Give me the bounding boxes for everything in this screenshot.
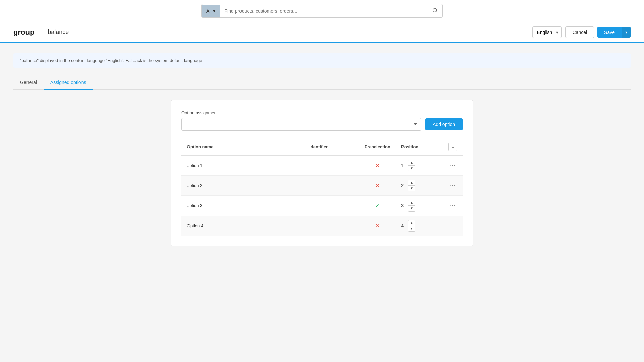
cell-position: 4 ▲ ▼ <box>396 216 429 236</box>
table-row: option 3 ✓ 3 ▲ ▼ ··· <box>181 196 463 216</box>
assignment-row: Add option <box>181 118 463 131</box>
search-all-label: All <box>206 8 212 14</box>
cell-actions: ··· <box>443 176 463 196</box>
info-banner: "balance" displayed in the content langu… <box>13 53 631 68</box>
tab-assigned-options[interactable]: Assigned options <box>44 76 93 90</box>
tab-assigned-options-label: Assigned options <box>50 80 86 85</box>
th-preselection: Preselection <box>359 139 396 156</box>
cell-empty <box>429 196 443 216</box>
cell-actions: ··· <box>443 216 463 236</box>
search-all-button[interactable]: All ▾ <box>202 5 220 17</box>
position-down-button[interactable]: ▼ <box>408 166 415 171</box>
row-actions-button[interactable]: ··· <box>450 203 455 209</box>
cell-option-name: option 3 <box>181 196 304 216</box>
position-up-button[interactable]: ▲ <box>408 200 415 206</box>
list-icon: ≡ <box>451 144 454 149</box>
section-label-assignment: Option assignment <box>181 110 463 115</box>
top-search-bar: All ▾ <box>0 0 644 22</box>
main-content: "balance" displayed in the content langu… <box>0 43 644 256</box>
th-actions: ≡ <box>443 139 463 156</box>
position-down-button[interactable]: ▼ <box>408 206 415 211</box>
th-empty <box>429 139 443 156</box>
options-table: Option name Identifier Preselection Posi… <box>181 139 463 236</box>
cell-option-name: option 1 <box>181 156 304 176</box>
tab-general-label: General <box>20 80 37 85</box>
cell-position: 3 ▲ ▼ <box>396 196 429 216</box>
position-buttons: ▲ ▼ <box>408 220 415 232</box>
cell-position: 1 ▲ ▼ <box>396 156 429 176</box>
language-select[interactable]: English <box>532 26 562 38</box>
table-row: option 1 ✕ 1 ▲ ▼ ··· <box>181 156 463 176</box>
cell-preselection: ✕ <box>359 216 396 236</box>
svg-line-1 <box>436 11 437 12</box>
table-row: option 2 ✕ 2 ▲ ▼ ··· <box>181 176 463 196</box>
cell-option-name: option 2 <box>181 176 304 196</box>
position-buttons: ▲ ▼ <box>408 160 415 171</box>
x-icon: ✕ <box>375 162 380 169</box>
chevron-down-icon: ▾ <box>213 8 215 14</box>
position-down-button[interactable]: ▼ <box>408 226 415 231</box>
search-button[interactable] <box>428 4 442 17</box>
table-body: option 1 ✕ 1 ▲ ▼ ··· option 2 ✕ <box>181 156 463 236</box>
position-buttons: ▲ ▼ <box>408 200 415 212</box>
language-selector-wrapper: English <box>532 26 562 38</box>
cancel-button[interactable]: Cancel <box>565 26 594 38</box>
position-number: 1 <box>401 163 406 168</box>
add-option-button[interactable]: Add option <box>425 118 463 130</box>
position-down-button[interactable]: ▼ <box>408 186 415 191</box>
header-actions: English Cancel Save ▾ <box>532 26 631 38</box>
cell-identifier <box>304 156 359 176</box>
cell-empty <box>429 156 443 176</box>
page-header: group balance English Cancel Save ▾ <box>0 22 644 42</box>
option-assignment-select[interactable] <box>181 118 421 131</box>
cell-actions: ··· <box>443 156 463 176</box>
cell-preselection: ✕ <box>359 176 396 196</box>
x-icon: ✕ <box>375 223 380 229</box>
cell-empty <box>429 216 443 236</box>
position-number: 3 <box>401 203 406 208</box>
th-position: Position <box>396 139 429 156</box>
check-icon: ✓ <box>375 202 380 209</box>
search-container: All ▾ <box>201 4 443 18</box>
save-dropdown-button[interactable]: ▾ <box>622 27 631 38</box>
search-icon <box>432 8 438 13</box>
position-up-button[interactable]: ▲ <box>408 180 415 186</box>
th-identifier: Identifier <box>304 139 359 156</box>
position-buttons: ▲ ▼ <box>408 180 415 191</box>
cell-identifier <box>304 196 359 216</box>
tabs-bar: General Assigned options <box>13 76 631 90</box>
x-icon: ✕ <box>375 182 380 189</box>
cell-option-name: Option 4 <box>181 216 304 236</box>
tab-general[interactable]: General <box>13 76 44 90</box>
svg-point-0 <box>433 8 437 12</box>
page-title: balance <box>48 28 532 36</box>
cell-empty <box>429 176 443 196</box>
search-input[interactable] <box>220 5 428 17</box>
save-button-group: Save ▾ <box>597 27 631 38</box>
position-number: 2 <box>401 183 406 188</box>
cell-position: 2 ▲ ▼ <box>396 176 429 196</box>
cell-preselection: ✓ <box>359 196 396 216</box>
table-row: Option 4 ✕ 4 ▲ ▼ ··· <box>181 216 463 236</box>
info-message: "balance" displayed in the content langu… <box>20 58 202 63</box>
table-settings-button[interactable]: ≡ <box>448 143 457 151</box>
cell-actions: ··· <box>443 196 463 216</box>
position-up-button[interactable]: ▲ <box>408 160 415 166</box>
th-option-name: Option name <box>181 139 304 156</box>
table-header: Option name Identifier Preselection Posi… <box>181 139 463 156</box>
option-assignment-card: Option assignment Add option Option name… <box>171 100 473 246</box>
row-actions-button[interactable]: ··· <box>450 163 455 169</box>
cell-identifier <box>304 216 359 236</box>
position-up-button[interactable]: ▲ <box>408 220 415 226</box>
cell-identifier <box>304 176 359 196</box>
row-actions-button[interactable]: ··· <box>450 223 455 229</box>
row-actions-button[interactable]: ··· <box>450 183 455 189</box>
position-number: 4 <box>401 223 406 228</box>
brand-label: group <box>13 28 34 37</box>
save-button[interactable]: Save <box>597 27 622 38</box>
cell-preselection: ✕ <box>359 156 396 176</box>
